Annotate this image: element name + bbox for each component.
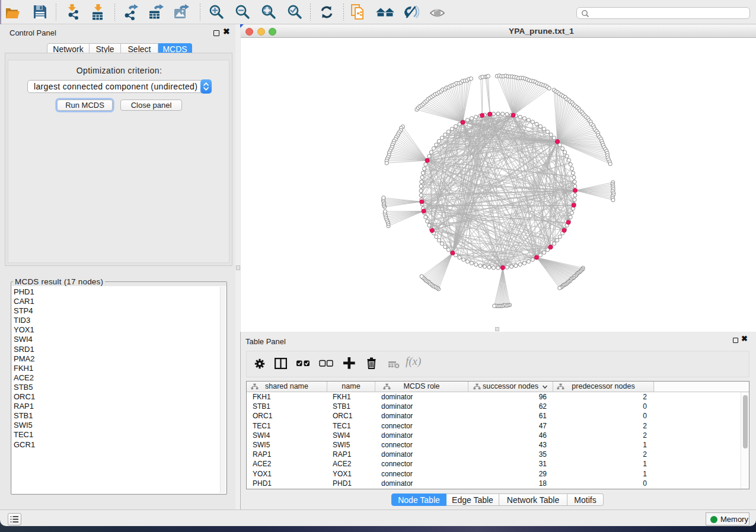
svg-text:f(x): f(x) bbox=[406, 355, 421, 368]
